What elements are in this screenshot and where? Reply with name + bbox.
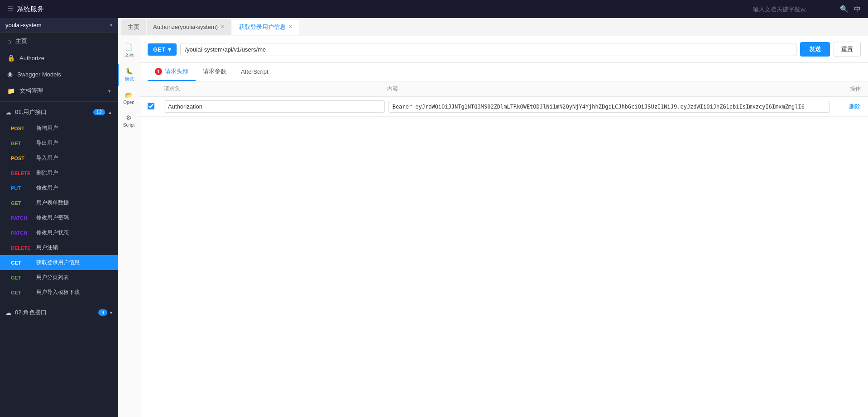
- method-tag: POST: [11, 156, 33, 161]
- row-checkbox[interactable]: [148, 103, 154, 109]
- url-input[interactable]: [180, 43, 796, 56]
- group-badge: 12: [93, 109, 105, 115]
- row-check-cell: [148, 103, 164, 111]
- main-content: 主页 Authorize(youlai-system) ✕ 获取登录用户信息 ✕…: [118, 18, 868, 417]
- method-tag: DELETE: [11, 245, 33, 251]
- api-label: 修改用户: [36, 184, 58, 192]
- panel-item-open[interactable]: 📂 Open: [118, 88, 140, 109]
- topbar-title: 系统服务: [17, 5, 44, 14]
- sidebar-item-delete-user[interactable]: DELETE 删除用户: [0, 166, 118, 180]
- method-caret-icon: ▾: [168, 46, 171, 53]
- doc-manage-chevron-icon: ▾: [108, 89, 110, 94]
- tab-close-icon[interactable]: ✕: [221, 24, 225, 30]
- open-icon: 📂: [125, 91, 133, 99]
- topbar-right: 🔍 中: [753, 5, 861, 14]
- api-label: 用户注销: [36, 244, 58, 251]
- sidebar-item-get-template[interactable]: GET 用户导入模板下载: [0, 285, 118, 300]
- method-select[interactable]: GET ▾: [148, 43, 177, 56]
- project-select[interactable]: youlai-system ▾: [0, 18, 118, 33]
- reset-button[interactable]: 重置: [834, 42, 861, 57]
- debug-icon: 🐛: [125, 67, 133, 75]
- api-label: 导入用户: [36, 154, 58, 162]
- sidebar-item-get-export[interactable]: GET 导出用户: [0, 136, 118, 151]
- send-button[interactable]: 发送: [800, 42, 830, 57]
- panel-item-script[interactable]: ⚙ Script: [118, 110, 140, 131]
- layout: youlai-system ▾ ⌂ 主页 🔒 Authorize ◉ Swagg…: [0, 18, 868, 417]
- header-value: 内容: [387, 85, 834, 93]
- topbar-left: ☰ 系统服务: [7, 5, 44, 14]
- method-tag: PATCH: [11, 230, 33, 236]
- content-wrapper: 📄 文档 🐛 调试 📂 Open ⚙ Script: [118, 36, 868, 417]
- sub-tab-request-params[interactable]: 请求参数: [196, 63, 234, 81]
- header-value-input[interactable]: [388, 101, 830, 113]
- sidebar-item-swagger-models[interactable]: ◉ Swagger Models: [0, 66, 118, 82]
- sidebar-item-post-user[interactable]: POST 新增用户: [0, 121, 118, 136]
- tab-label: 主页: [128, 23, 139, 31]
- tab-label: Authorize(youlai-system): [153, 24, 218, 30]
- panel-item-doc[interactable]: 📄 文档: [118, 40, 140, 62]
- group-chevron-icon: ▲: [108, 110, 112, 115]
- panel-item-label: 文档: [125, 52, 134, 58]
- sub-tab-label: 请求参数: [203, 67, 226, 76]
- method-tag: GET: [11, 260, 33, 265]
- models-icon: ◉: [7, 71, 13, 78]
- method-tag: PATCH: [11, 215, 33, 221]
- doc-icon: 📄: [125, 43, 133, 51]
- header-action: 操作: [834, 85, 861, 93]
- sidebar-group-role-api[interactable]: ☁ 02.角色接口 9 ▾: [0, 304, 118, 321]
- sidebar-item-label: 文档管理: [19, 87, 43, 95]
- sidebar-item-doc-manage[interactable]: 📁 文档管理 ▾: [0, 82, 118, 100]
- sidebar-item-home[interactable]: ⌂ 主页: [0, 33, 118, 50]
- method-label: GET: [153, 46, 165, 53]
- header-key-input[interactable]: [164, 100, 385, 113]
- sidebar-item-get-user-info[interactable]: GET 获取登录用户信息: [0, 255, 118, 270]
- table-row: 删除: [140, 97, 868, 117]
- api-label: 修改用户状态: [36, 229, 69, 237]
- method-tag: GET: [11, 200, 33, 206]
- sidebar-item-label: Authorize: [19, 55, 44, 62]
- header-key: 请求头: [164, 85, 387, 93]
- sidebar-item-get-user-list[interactable]: GET 用户分页列表: [0, 270, 118, 285]
- sub-tab-after-script[interactable]: AfterScript: [234, 64, 276, 81]
- tab-authorize[interactable]: Authorize(youlai-system) ✕: [147, 19, 231, 35]
- topbar: ☰ 系统服务 🔍 中: [0, 0, 868, 18]
- lang-icon[interactable]: 中: [854, 5, 861, 14]
- lock-icon: 🔒: [7, 54, 15, 62]
- sidebar-item-authorize[interactable]: 🔒 Authorize: [0, 50, 118, 66]
- sidebar-item-get-form[interactable]: GET 用户表单数据: [0, 195, 118, 210]
- sidebar-item-patch-password[interactable]: PATCH 修改用户密码: [0, 210, 118, 225]
- row-action-cell: 删除: [834, 103, 861, 111]
- sub-tab-request-header[interactable]: 1 请求头部: [148, 63, 196, 81]
- panel-item-debug[interactable]: 🐛 调试: [118, 64, 140, 86]
- api-label: 获取登录用户信息: [36, 259, 80, 266]
- script-icon: ⚙: [126, 114, 132, 121]
- sidebar-item-delete-logout[interactable]: DELETE 用户注销: [0, 240, 118, 255]
- sidebar-item-label: Swagger Models: [17, 71, 61, 78]
- panel-item-label: Script: [123, 123, 135, 128]
- sidebar-group-user-api[interactable]: ☁ 01.用户接口 12 ▲: [0, 104, 118, 121]
- home-icon: ⌂: [7, 38, 11, 45]
- sidebar: youlai-system ▾ ⌂ 主页 🔒 Authorize ◉ Swagg…: [0, 18, 118, 417]
- search-input[interactable]: [753, 6, 834, 13]
- sub-tab-label: 请求头部: [165, 67, 188, 76]
- left-panel: 📄 文档 🐛 调试 📂 Open ⚙ Script: [118, 36, 140, 417]
- api-label: 用户导入模板下载: [36, 289, 80, 296]
- sidebar-item-patch-status[interactable]: PATCH 修改用户状态: [0, 225, 118, 240]
- tab-get-user[interactable]: 获取登录用户信息 ✕: [232, 19, 299, 35]
- api-label: 修改用户密码: [36, 214, 69, 222]
- table-header: 请求头 内容 操作: [140, 81, 868, 97]
- group-left: ☁ 01.用户接口: [5, 108, 47, 116]
- group-badge: 9: [98, 309, 107, 316]
- sub-tabs: 1 请求头部 请求参数 AfterScript: [140, 63, 868, 81]
- tab-close-icon[interactable]: ✕: [288, 24, 293, 30]
- sidebar-item-post-import[interactable]: POST 导入用户: [0, 151, 118, 166]
- row-value-cell: [388, 101, 830, 113]
- sidebar-item-put-user[interactable]: PUT 修改用户: [0, 180, 118, 195]
- panel-item-label: Open: [123, 100, 134, 105]
- method-tag: GET: [11, 275, 33, 280]
- tab-main[interactable]: 主页: [121, 19, 146, 35]
- menu-icon[interactable]: ☰: [7, 5, 13, 13]
- search-icon[interactable]: 🔍: [840, 5, 849, 13]
- method-tag: GET: [11, 290, 33, 295]
- delete-button[interactable]: 删除: [849, 103, 861, 110]
